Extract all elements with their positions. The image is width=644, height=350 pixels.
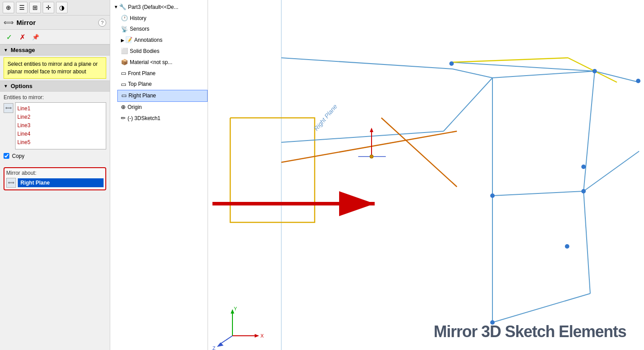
message-label: Message [11,47,35,53]
entities-list[interactable]: Line1Line2Line3Line4Line5 [15,102,106,149]
toolbar: ⊕ ☰ ⊞ ✛ ◑ [0,0,110,16]
note-btn[interactable]: ☰ [16,2,28,13]
pin-button[interactable]: 📌 [30,32,41,42]
action-buttons: ✓ ✗ 📌 [0,30,110,44]
tree-item-icon: 📡 [121,25,128,34]
tree-item-label: History [130,14,146,23]
options-section: ▼ Options Entities to mirror: ⟺ Line1Lin… [0,80,110,165]
tree-item-7[interactable]: ▭Right Plane [117,90,208,102]
entity-item[interactable]: Line4 [17,130,104,138]
copy-label: Copy [12,153,24,159]
options-label: Options [11,83,32,89]
options-content: Entities to mirror: ⟺ Line1Line2Line3Lin… [0,92,110,165]
svg-rect-0 [208,0,644,350]
tree-item-2[interactable]: ▶📝Annotations [117,35,208,46]
tree-item-label: (-) 3DSketch1 [128,114,160,123]
entity-item[interactable]: Line2 [17,113,104,121]
feature-tree: ▼ 🔧 Part3 (Default<<De... 🕐History📡Senso… [110,0,208,350]
mirror-title: Mirror [16,19,96,26]
mirror-header: ⟺ Mirror ? [0,16,110,30]
mirror-about-value[interactable]: Right Plane [18,178,104,187]
svg-text:Z: Z [212,346,216,350]
tree-item-icon: 🕐 [121,14,128,23]
sketch-canvas: Y X Z Right Plane [208,0,644,350]
mirror-about-row: ⟺ Right Plane [6,178,104,188]
cross-btn[interactable]: ✛ [43,2,54,13]
svg-point-40 [370,155,373,158]
tree-item-1[interactable]: 📡Sensors [117,24,208,35]
tree-item-icon: 📝 [125,36,132,45]
svg-point-25 [581,189,586,193]
tree-item-icon: ✏ [121,114,126,123]
message-content: Select entities to mirror and a plane or… [4,57,106,79]
confirm-button[interactable]: ✓ [4,32,14,42]
cancel-button[interactable]: ✗ [17,32,28,42]
tree-item-icon: ▭ [121,91,127,101]
tree-items: 🕐History📡Sensors▶📝Annotations⬜Solid Bodi… [110,13,208,124]
entities-box: ⟺ Line1Line2Line3Line4Line5 [4,102,106,149]
tree-root-icon: 🔧 [119,3,126,12]
message-section: ▼ Message Select entities to mirror and … [0,44,110,80]
tree-item-9[interactable]: ✏(-) 3DSketch1 [117,113,208,124]
tree-item-icon: ⊕ [121,103,126,112]
viewport: Y X Z Right Plane Mirror 3D Sketch Eleme… [208,0,644,350]
message-section-header[interactable]: ▼ Message [0,44,110,56]
tree-item-label: Material <not sp... [130,58,172,67]
entity-item[interactable]: Line3 [17,121,104,130]
tree-item-label: Sensors [130,25,149,33]
mirror-about-label: Mirror about: [6,170,104,176]
entity-item[interactable]: Line1 [17,105,104,113]
tree-item-label: Solid Bodies [130,47,160,56]
svg-point-27 [592,69,597,73]
entities-label: Entities to mirror: [4,94,106,101]
tree-item-label: Top Plane [128,80,152,89]
clipboard-btn[interactable]: ⊞ [29,2,41,13]
tree-item-arrow: ▶ [121,37,124,44]
tree-item-icon: ▭ [121,80,126,89]
tree-item-6[interactable]: ▭Top Plane [117,79,208,90]
tree-root-arrow: ▼ [114,4,118,11]
tree-item-8[interactable]: ⊕Origin [117,102,208,113]
mirror-about-icon: ⟺ [6,178,16,188]
entities-icon: ⟺ [4,103,13,113]
tree-item-3[interactable]: ⬜Solid Bodies [117,46,208,57]
svg-text:X: X [260,333,264,338]
svg-point-26 [636,79,640,83]
svg-point-22 [581,165,586,169]
copy-checkbox[interactable] [4,153,9,159]
message-arrow: ▼ [4,48,8,52]
mirror-help-button[interactable]: ? [98,19,106,27]
tree-root-label: Part3 (Default<<De... [128,3,178,12]
tree-item-label: Right Plane [128,92,156,100]
copy-row: Copy [4,153,106,159]
tree-item-label: Annotations [134,36,162,44]
svg-point-20 [449,61,454,66]
tree-item-5[interactable]: ▭Front Plane [117,68,208,79]
svg-text:Y: Y [234,306,237,311]
tree-item-icon: 📦 [121,58,128,67]
options-section-header[interactable]: ▼ Options [0,80,110,92]
tree-item-label: Front Plane [128,69,156,78]
tree-item-icon: ⬜ [121,47,128,56]
mirror-about-section: Mirror about: ⟺ Right Plane [4,167,106,190]
tree-item-0[interactable]: 🕐History [117,13,208,24]
appearance-btn[interactable]: ◑ [56,2,68,13]
sketch-title: Mirror 3D Sketch Elements [434,322,626,341]
tree-root[interactable]: ▼ 🔧 Part3 (Default<<De... [110,2,208,13]
smart-dimension-btn[interactable]: ⊕ [3,2,14,13]
svg-point-21 [490,193,495,198]
tree-item-label: Origin [128,103,142,112]
mirror-icon: ⟺ [4,18,14,27]
tree-item-icon: ▭ [121,69,126,78]
svg-point-24 [565,244,569,249]
tree-item-4[interactable]: 📦Material <not sp... [117,57,208,68]
options-arrow: ▼ [4,84,8,89]
entity-item[interactable]: Line5 [17,138,104,147]
